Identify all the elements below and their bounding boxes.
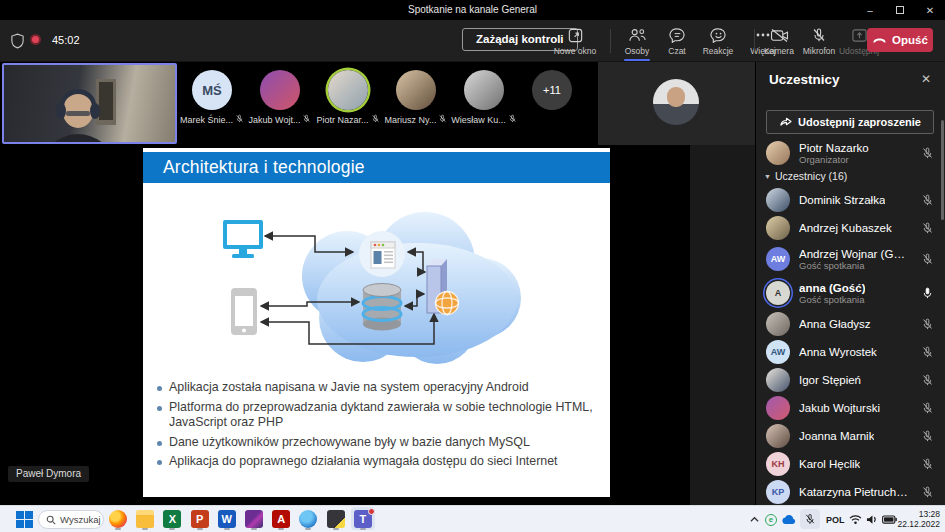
leave-label: Opuść	[892, 34, 928, 46]
taskbar-app-excel[interactable]: X	[160, 507, 184, 530]
attendee-row[interactable]: Andrzej Kubaszek	[756, 214, 945, 242]
attendee-row[interactable]: Aanna (Gość)Gość spotkania	[756, 276, 945, 310]
attendee-list: Dominik Strzałka Andrzej Kubaszek AWAndr…	[756, 186, 945, 505]
new-window-icon	[567, 26, 584, 44]
self-person-silhouette	[38, 75, 118, 144]
tray-mic-muted-button[interactable]	[800, 509, 820, 529]
participant-video-tile[interactable]	[598, 62, 755, 145]
teams-meeting-window: Spotkanie na kanale General – ✕ 45:02 Za…	[0, 0, 945, 532]
tab-label: Osoby	[625, 46, 650, 56]
thumb-label: Wiesław Ku...	[451, 114, 517, 125]
leave-button[interactable]: Opuść	[867, 28, 933, 52]
meeting-toolbar: 45:02 Zażądaj kontroli Nowe oknoOsobyCza…	[0, 20, 945, 62]
filmstrip-thumb[interactable]: Piotr Nazar...	[314, 70, 382, 125]
tray-onedrive-icon[interactable]	[781, 506, 796, 532]
share-invite-button[interactable]: Udostępnij zaproszenie	[766, 110, 934, 134]
avatar-initials: KH	[766, 452, 790, 476]
tab-czat[interactable]: Czat	[659, 20, 695, 62]
participant-name: Jakub Wojt...	[249, 115, 301, 125]
meeting-stage: MŚMarek Śnie... Jakub Wojt... Piotr Naza…	[0, 62, 755, 505]
stage-right-column	[690, 145, 755, 505]
attendee-row[interactable]: Jakub Wojturski	[756, 394, 945, 422]
avatar-initials: AW	[766, 247, 790, 271]
attendee-row[interactable]: Joanna Marnik	[756, 422, 945, 450]
start-button[interactable]	[16, 511, 34, 528]
attendee-row[interactable]: Anna Gładysz	[756, 310, 945, 338]
attendee-row[interactable]: Igor Stępień	[756, 366, 945, 394]
attendee-row[interactable]: Dominik Strzałka	[756, 186, 945, 214]
wifi-icon[interactable]	[849, 506, 862, 532]
taskbar-app-thunderbird[interactable]	[296, 507, 320, 530]
self-video-tile[interactable]	[2, 63, 177, 144]
filmstrip-thumb[interactable]: Jakub Wojt...	[246, 70, 314, 125]
taskbar-search[interactable]: Wyszukaj	[38, 510, 104, 529]
tray-antivirus-icon[interactable]: e	[765, 506, 777, 532]
taskbar-app-word[interactable]: W	[215, 507, 239, 530]
acrobat-icon: A	[272, 510, 290, 528]
panel-title: Uczestnicy	[769, 72, 840, 87]
maximize-button[interactable]	[885, 0, 915, 20]
device-kamera[interactable]: Kamera	[759, 20, 799, 62]
overflow-count-tile[interactable]: +11	[518, 70, 586, 110]
taskbar-app-notes[interactable]	[324, 507, 348, 530]
participant-texts: Joanna Marnik	[799, 430, 874, 442]
participant-texts: Andrzej Kubaszek	[799, 222, 892, 234]
mic-muted-icon	[921, 374, 934, 387]
avatar-initials: AW	[766, 340, 790, 364]
attendee-row[interactable]: KPKatarzyna Pietrucha-Urbanik	[756, 478, 945, 505]
device-mikrofon[interactable]: Mikrofon	[799, 20, 839, 62]
tray-language-indicator[interactable]: POL	[826, 506, 845, 532]
panel-scrollbar[interactable]	[941, 120, 944, 220]
share-invite-label: Udostępnij zaproszenie	[798, 116, 921, 128]
taskbar-app-teams[interactable]: T	[351, 507, 375, 530]
firefox-icon	[109, 510, 127, 528]
shield-icon	[10, 33, 25, 53]
close-button[interactable]: ✕	[915, 0, 945, 20]
battery-icon[interactable]	[882, 506, 897, 532]
tab-osoby[interactable]: Osoby	[615, 20, 659, 62]
device-label: Kamera	[764, 46, 794, 56]
mic-off-icon	[811, 26, 827, 44]
filmstrip-thumb[interactable]: Wiesław Ku...	[450, 70, 518, 125]
attendee-row[interactable]: KHKarol Hęclik	[756, 450, 945, 478]
tray-chevron-icon[interactable]	[750, 506, 759, 532]
participant-name: Anna Wyrostek	[799, 346, 877, 358]
filmstrip-thumb[interactable]: Mariusz Ny...	[382, 70, 450, 125]
maximize-icon	[896, 6, 904, 14]
speaker-icon[interactable]	[866, 506, 878, 532]
bullet-text: Dane użytkowników przechowywane były w b…	[169, 435, 530, 451]
chevron-down-icon: ▼	[764, 173, 771, 180]
thunderbird-icon	[299, 510, 317, 528]
taskbar-app-media[interactable]	[242, 507, 266, 530]
filmstrip-thumb[interactable]: MŚMarek Śnie...	[178, 70, 246, 125]
participant-texts: Anna Wyrostek	[799, 346, 877, 358]
minimize-button[interactable]: –	[855, 0, 885, 20]
avatar-photo	[766, 141, 790, 165]
recording-indicator-icon	[30, 34, 41, 45]
tray-clock[interactable]: 13:28 22.12.2022	[897, 509, 940, 529]
avatar-photo	[396, 70, 436, 110]
search-label: Wyszukaj	[60, 514, 101, 525]
participant-name: Piotr Nazarko	[799, 142, 869, 154]
taskbar-app-explorer[interactable]	[133, 507, 157, 530]
taskbar-app-acrobat[interactable]: A	[269, 507, 293, 530]
mic-muted-icon	[921, 194, 934, 207]
slide-title: Architektura i technologie	[143, 157, 365, 178]
attendees-section-header[interactable]: ▼ Uczestnicy (16)	[764, 170, 847, 182]
attendee-row[interactable]: AWAndrzej Wojnar (Gość)Gość spotkania	[756, 242, 945, 276]
organizer-row[interactable]: Piotr NazarkoOrganizator	[756, 138, 945, 168]
taskbar-app-firefox[interactable]	[106, 507, 130, 530]
panel-close-button[interactable]: ✕	[917, 70, 935, 88]
participant-avatar	[653, 79, 699, 125]
participant-name: Dominik Strzałka	[799, 194, 885, 206]
running-indicator	[197, 528, 203, 531]
participant-texts: Jakub Wojturski	[799, 402, 880, 414]
running-indicator	[333, 528, 339, 531]
participant-texts: Anna Gładysz	[799, 318, 871, 330]
attendee-row[interactable]: AWAnna Wyrostek	[756, 338, 945, 366]
tab-reakcje[interactable]: Reakcje	[695, 20, 741, 62]
tab-nowe-okno[interactable]: Nowe okno	[544, 20, 606, 62]
tray-date: 22.12.2022	[897, 519, 940, 529]
avatar-photo	[328, 70, 368, 110]
taskbar-app-powerpoint[interactable]: P	[188, 507, 212, 530]
